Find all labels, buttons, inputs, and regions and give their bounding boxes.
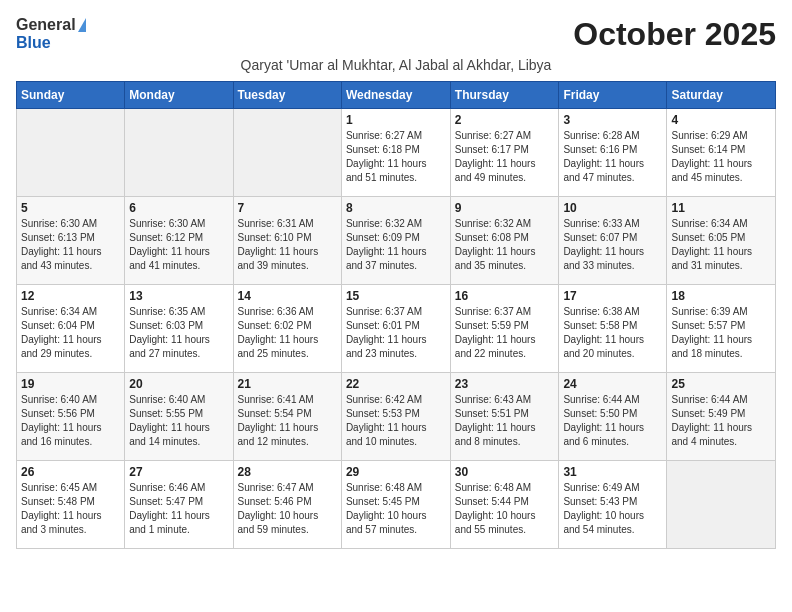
calendar-cell: 15Sunrise: 6:37 AM Sunset: 6:01 PM Dayli… <box>341 285 450 373</box>
calendar-cell: 9Sunrise: 6:32 AM Sunset: 6:08 PM Daylig… <box>450 197 559 285</box>
calendar-cell <box>125 109 233 197</box>
weekday-tuesday: Tuesday <box>233 82 341 109</box>
calendar-cell: 6Sunrise: 6:30 AM Sunset: 6:12 PM Daylig… <box>125 197 233 285</box>
day-info: Sunrise: 6:41 AM Sunset: 5:54 PM Dayligh… <box>238 393 337 449</box>
day-number: 19 <box>21 377 120 391</box>
calendar-cell: 16Sunrise: 6:37 AM Sunset: 5:59 PM Dayli… <box>450 285 559 373</box>
day-info: Sunrise: 6:48 AM Sunset: 5:44 PM Dayligh… <box>455 481 555 537</box>
day-info: Sunrise: 6:38 AM Sunset: 5:58 PM Dayligh… <box>563 305 662 361</box>
page-header: General Blue October 2025 <box>16 16 776 53</box>
day-info: Sunrise: 6:40 AM Sunset: 5:56 PM Dayligh… <box>21 393 120 449</box>
calendar-cell: 8Sunrise: 6:32 AM Sunset: 6:09 PM Daylig… <box>341 197 450 285</box>
calendar-week-4: 19Sunrise: 6:40 AM Sunset: 5:56 PM Dayli… <box>17 373 776 461</box>
day-number: 30 <box>455 465 555 479</box>
day-info: Sunrise: 6:45 AM Sunset: 5:48 PM Dayligh… <box>21 481 120 537</box>
day-number: 15 <box>346 289 446 303</box>
day-number: 23 <box>455 377 555 391</box>
day-info: Sunrise: 6:40 AM Sunset: 5:55 PM Dayligh… <box>129 393 228 449</box>
day-number: 5 <box>21 201 120 215</box>
day-info: Sunrise: 6:30 AM Sunset: 6:13 PM Dayligh… <box>21 217 120 273</box>
calendar-cell: 26Sunrise: 6:45 AM Sunset: 5:48 PM Dayli… <box>17 461 125 549</box>
calendar-cell: 19Sunrise: 6:40 AM Sunset: 5:56 PM Dayli… <box>17 373 125 461</box>
calendar-week-5: 26Sunrise: 6:45 AM Sunset: 5:48 PM Dayli… <box>17 461 776 549</box>
day-info: Sunrise: 6:44 AM Sunset: 5:49 PM Dayligh… <box>671 393 771 449</box>
day-number: 17 <box>563 289 662 303</box>
month-title: October 2025 <box>573 16 776 53</box>
day-info: Sunrise: 6:46 AM Sunset: 5:47 PM Dayligh… <box>129 481 228 537</box>
day-number: 28 <box>238 465 337 479</box>
day-number: 6 <box>129 201 228 215</box>
day-number: 29 <box>346 465 446 479</box>
calendar-cell: 28Sunrise: 6:47 AM Sunset: 5:46 PM Dayli… <box>233 461 341 549</box>
day-info: Sunrise: 6:47 AM Sunset: 5:46 PM Dayligh… <box>238 481 337 537</box>
day-number: 13 <box>129 289 228 303</box>
calendar-cell <box>17 109 125 197</box>
day-info: Sunrise: 6:33 AM Sunset: 6:07 PM Dayligh… <box>563 217 662 273</box>
calendar-cell: 14Sunrise: 6:36 AM Sunset: 6:02 PM Dayli… <box>233 285 341 373</box>
calendar-cell: 22Sunrise: 6:42 AM Sunset: 5:53 PM Dayli… <box>341 373 450 461</box>
day-number: 20 <box>129 377 228 391</box>
day-number: 7 <box>238 201 337 215</box>
weekday-sunday: Sunday <box>17 82 125 109</box>
day-number: 11 <box>671 201 771 215</box>
calendar-week-3: 12Sunrise: 6:34 AM Sunset: 6:04 PM Dayli… <box>17 285 776 373</box>
day-info: Sunrise: 6:37 AM Sunset: 6:01 PM Dayligh… <box>346 305 446 361</box>
calendar-cell <box>667 461 776 549</box>
calendar-cell: 12Sunrise: 6:34 AM Sunset: 6:04 PM Dayli… <box>17 285 125 373</box>
weekday-friday: Friday <box>559 82 667 109</box>
calendar-cell: 1Sunrise: 6:27 AM Sunset: 6:18 PM Daylig… <box>341 109 450 197</box>
calendar-cell: 5Sunrise: 6:30 AM Sunset: 6:13 PM Daylig… <box>17 197 125 285</box>
day-number: 25 <box>671 377 771 391</box>
subtitle: Qaryat 'Umar al Mukhtar, Al Jabal al Akh… <box>16 57 776 73</box>
calendar-cell: 29Sunrise: 6:48 AM Sunset: 5:45 PM Dayli… <box>341 461 450 549</box>
calendar-cell: 7Sunrise: 6:31 AM Sunset: 6:10 PM Daylig… <box>233 197 341 285</box>
day-number: 26 <box>21 465 120 479</box>
calendar-week-1: 1Sunrise: 6:27 AM Sunset: 6:18 PM Daylig… <box>17 109 776 197</box>
day-number: 2 <box>455 113 555 127</box>
weekday-monday: Monday <box>125 82 233 109</box>
calendar-body: 1Sunrise: 6:27 AM Sunset: 6:18 PM Daylig… <box>17 109 776 549</box>
day-info: Sunrise: 6:48 AM Sunset: 5:45 PM Dayligh… <box>346 481 446 537</box>
calendar-cell: 10Sunrise: 6:33 AM Sunset: 6:07 PM Dayli… <box>559 197 667 285</box>
calendar-cell: 30Sunrise: 6:48 AM Sunset: 5:44 PM Dayli… <box>450 461 559 549</box>
weekday-thursday: Thursday <box>450 82 559 109</box>
calendar-cell: 21Sunrise: 6:41 AM Sunset: 5:54 PM Dayli… <box>233 373 341 461</box>
day-info: Sunrise: 6:30 AM Sunset: 6:12 PM Dayligh… <box>129 217 228 273</box>
day-number: 22 <box>346 377 446 391</box>
calendar-cell <box>233 109 341 197</box>
calendar-cell: 13Sunrise: 6:35 AM Sunset: 6:03 PM Dayli… <box>125 285 233 373</box>
day-info: Sunrise: 6:32 AM Sunset: 6:09 PM Dayligh… <box>346 217 446 273</box>
calendar-cell: 23Sunrise: 6:43 AM Sunset: 5:51 PM Dayli… <box>450 373 559 461</box>
calendar-cell: 18Sunrise: 6:39 AM Sunset: 5:57 PM Dayli… <box>667 285 776 373</box>
logo-blue: Blue <box>16 34 51 51</box>
day-number: 3 <box>563 113 662 127</box>
day-number: 12 <box>21 289 120 303</box>
calendar-cell: 3Sunrise: 6:28 AM Sunset: 6:16 PM Daylig… <box>559 109 667 197</box>
day-info: Sunrise: 6:49 AM Sunset: 5:43 PM Dayligh… <box>563 481 662 537</box>
calendar-cell: 24Sunrise: 6:44 AM Sunset: 5:50 PM Dayli… <box>559 373 667 461</box>
day-info: Sunrise: 6:34 AM Sunset: 6:05 PM Dayligh… <box>671 217 771 273</box>
logo-icon <box>78 18 86 32</box>
day-number: 31 <box>563 465 662 479</box>
calendar-cell: 20Sunrise: 6:40 AM Sunset: 5:55 PM Dayli… <box>125 373 233 461</box>
calendar-cell: 27Sunrise: 6:46 AM Sunset: 5:47 PM Dayli… <box>125 461 233 549</box>
calendar-cell: 25Sunrise: 6:44 AM Sunset: 5:49 PM Dayli… <box>667 373 776 461</box>
day-info: Sunrise: 6:35 AM Sunset: 6:03 PM Dayligh… <box>129 305 228 361</box>
weekday-saturday: Saturday <box>667 82 776 109</box>
calendar-cell: 2Sunrise: 6:27 AM Sunset: 6:17 PM Daylig… <box>450 109 559 197</box>
calendar-cell: 11Sunrise: 6:34 AM Sunset: 6:05 PM Dayli… <box>667 197 776 285</box>
weekday-wednesday: Wednesday <box>341 82 450 109</box>
day-info: Sunrise: 6:43 AM Sunset: 5:51 PM Dayligh… <box>455 393 555 449</box>
day-number: 27 <box>129 465 228 479</box>
day-info: Sunrise: 6:36 AM Sunset: 6:02 PM Dayligh… <box>238 305 337 361</box>
day-number: 24 <box>563 377 662 391</box>
day-number: 8 <box>346 201 446 215</box>
calendar-cell: 4Sunrise: 6:29 AM Sunset: 6:14 PM Daylig… <box>667 109 776 197</box>
day-info: Sunrise: 6:37 AM Sunset: 5:59 PM Dayligh… <box>455 305 555 361</box>
day-number: 21 <box>238 377 337 391</box>
calendar-table: SundayMondayTuesdayWednesdayThursdayFrid… <box>16 81 776 549</box>
calendar-cell: 17Sunrise: 6:38 AM Sunset: 5:58 PM Dayli… <box>559 285 667 373</box>
day-info: Sunrise: 6:27 AM Sunset: 6:18 PM Dayligh… <box>346 129 446 185</box>
day-number: 14 <box>238 289 337 303</box>
logo-general: General <box>16 16 76 34</box>
